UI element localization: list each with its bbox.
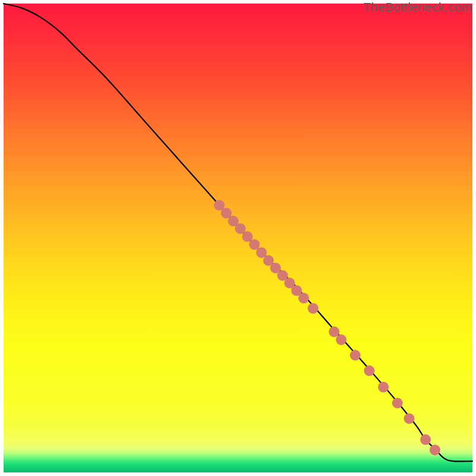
scatter-dot	[308, 303, 318, 314]
chart-stage: TheBottleneck.com	[0, 0, 476, 476]
scatter-dot	[298, 293, 309, 303]
scatter-dot	[364, 365, 375, 376]
chart-scatter-dots	[214, 200, 441, 455]
scatter-dot	[430, 444, 440, 455]
chart-overlay-svg	[4, 4, 472, 472]
watermark-text: TheBottleneck.com	[364, 0, 472, 14]
scatter-dot	[378, 382, 389, 393]
scatter-dot	[350, 350, 361, 361]
scatter-dot	[336, 334, 346, 345]
scatter-dot	[420, 434, 431, 445]
scatter-dot	[235, 223, 246, 234]
scatter-dot	[329, 327, 340, 337]
scatter-dot	[392, 397, 403, 408]
scatter-dot	[404, 413, 415, 424]
